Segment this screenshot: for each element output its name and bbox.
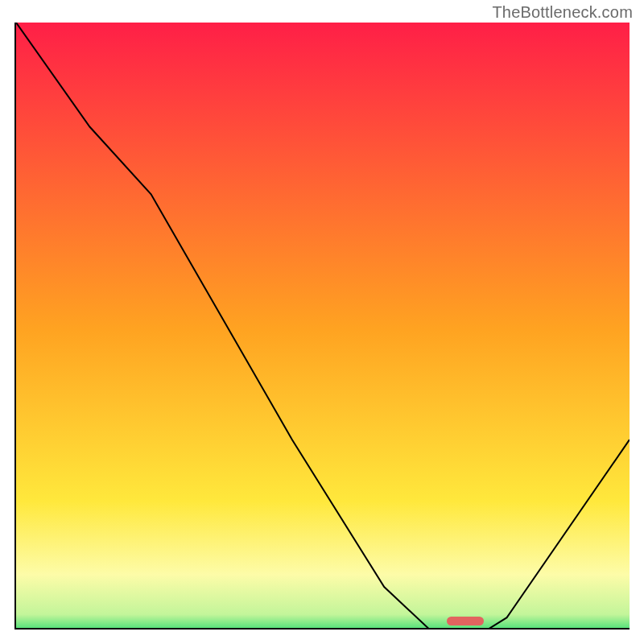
optimum-marker [447,617,484,625]
chart-curve [16,23,630,630]
watermark-text: TheBottleneck.com [492,3,633,22]
chart-plot-area [14,23,630,630]
